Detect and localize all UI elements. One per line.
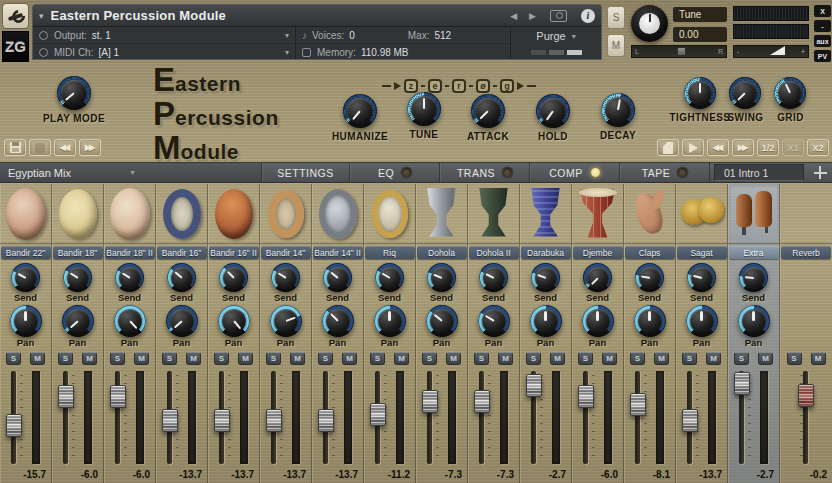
channel-image[interactable]	[468, 184, 519, 244]
fader-track[interactable]	[271, 371, 276, 464]
channel-name[interactable]: Claps	[625, 246, 675, 259]
x1-speed-button[interactable]: X1	[782, 139, 804, 156]
midi-dropdown-icon[interactable]: ▾	[285, 48, 289, 57]
channel-image[interactable]	[104, 184, 155, 244]
humanize-knob[interactable]	[343, 94, 377, 128]
pan-knob[interactable]	[62, 305, 94, 337]
channel-name[interactable]: Bandir 22"	[1, 246, 51, 259]
channel-fader[interactable]	[104, 370, 155, 468]
move-icon[interactable]	[814, 166, 827, 179]
fader-handle[interactable]	[318, 409, 334, 432]
channel-mute-button[interactable]: M	[342, 352, 357, 365]
channel-name[interactable]: Bandir 16" II	[209, 246, 259, 259]
send-knob[interactable]	[635, 263, 664, 292]
channel-name[interactable]: Bandir 18" II	[105, 246, 155, 259]
fader-track[interactable]	[635, 371, 640, 464]
fader-handle[interactable]	[734, 372, 750, 395]
channel-image[interactable]	[572, 184, 623, 244]
prev-instrument-icon[interactable]: ◀	[504, 11, 523, 21]
send-knob[interactable]	[531, 263, 560, 292]
fader-handle[interactable]	[630, 393, 646, 416]
pan-knob[interactable]	[270, 305, 302, 337]
channel-solo-button[interactable]: S	[162, 352, 177, 365]
master-pan-slider[interactable]: L R	[631, 45, 727, 58]
forward-button[interactable]: ▶▶	[732, 139, 754, 156]
fader-handle[interactable]	[682, 409, 698, 432]
midi-row[interactable]: MIDI Ch: [A] 1 ▾	[33, 44, 295, 60]
fader-handle[interactable]	[798, 384, 814, 407]
rewind-button[interactable]: ◀◀	[707, 139, 729, 156]
channel-fader[interactable]	[260, 370, 311, 468]
master-volume-slider[interactable]: - +	[733, 45, 809, 58]
pan-knob[interactable]	[582, 305, 614, 337]
send-knob[interactable]	[323, 263, 352, 292]
channel-image[interactable]	[364, 184, 415, 244]
fader-handle[interactable]	[422, 390, 438, 413]
attack-knob[interactable]	[471, 94, 505, 128]
tab-comp[interactable]: COMP	[530, 163, 620, 182]
channel-image[interactable]	[416, 184, 467, 244]
fader-track[interactable]	[219, 371, 224, 464]
fader-track[interactable]	[739, 371, 744, 464]
fader-track[interactable]	[531, 371, 536, 464]
channel-image[interactable]	[624, 184, 675, 244]
new-pattern-button[interactable]	[657, 139, 679, 156]
channel-fader[interactable]	[728, 370, 779, 468]
send-knob[interactable]	[583, 263, 612, 292]
channel-image[interactable]	[156, 184, 207, 244]
fader-handle[interactable]	[578, 385, 594, 408]
send-knob[interactable]	[115, 263, 144, 292]
hold-knob[interactable]	[536, 94, 570, 128]
send-knob[interactable]	[167, 263, 196, 292]
info-icon[interactable]: i	[581, 9, 595, 23]
channel-fader[interactable]	[52, 370, 103, 468]
tab-trans[interactable]: TRANS	[440, 163, 530, 182]
half-speed-button[interactable]: 1/2	[757, 139, 779, 156]
pv-button[interactable]: PV	[814, 50, 831, 62]
channel-image[interactable]	[780, 184, 832, 244]
pan-knob[interactable]	[10, 305, 42, 337]
channel-mute-button[interactable]: M	[186, 352, 201, 365]
fader-track[interactable]	[687, 371, 692, 464]
pan-knob[interactable]	[426, 305, 458, 337]
grid-knob[interactable]	[774, 77, 806, 109]
channel-name[interactable]: Djembe	[573, 246, 623, 259]
header-mute-button[interactable]: M	[607, 34, 625, 57]
eq-led[interactable]	[402, 168, 411, 177]
channel-solo-button[interactable]: S	[734, 352, 749, 365]
channel-solo-button[interactable]: S	[578, 352, 593, 365]
channel-fader[interactable]	[780, 370, 832, 468]
channel-fader[interactable]	[468, 370, 519, 468]
output-row[interactable]: Output: st. 1 ▾	[33, 27, 295, 44]
channel-image[interactable]	[728, 184, 779, 244]
channel-mute-button[interactable]: M	[758, 352, 773, 365]
pan-slider-handle[interactable]	[677, 47, 686, 56]
channel-solo-button[interactable]: S	[682, 352, 697, 365]
send-knob[interactable]	[687, 263, 716, 292]
fader-track[interactable]	[803, 371, 808, 464]
fader-handle[interactable]	[474, 390, 490, 413]
channel-mute-button[interactable]: M	[811, 352, 826, 365]
output-dropdown-icon[interactable]: ▾	[285, 31, 289, 40]
send-knob[interactable]	[427, 263, 456, 292]
channel-solo-button[interactable]: S	[110, 352, 125, 365]
channel-solo-button[interactable]: S	[526, 352, 541, 365]
fader-track[interactable]	[115, 371, 120, 464]
master-tune-knob[interactable]	[631, 5, 668, 42]
send-knob[interactable]	[11, 263, 40, 292]
header-solo-button[interactable]: S	[607, 6, 625, 29]
next-instrument-icon[interactable]: ▶	[523, 11, 542, 21]
channel-mute-button[interactable]: M	[446, 352, 461, 365]
pan-knob[interactable]	[322, 305, 354, 337]
channel-fader[interactable]	[312, 370, 363, 468]
channel-mute-button[interactable]: M	[498, 352, 513, 365]
channel-mute-button[interactable]: M	[706, 352, 721, 365]
collapse-caret-icon[interactable]: ▾	[39, 11, 44, 21]
send-knob[interactable]	[271, 263, 300, 292]
channel-name[interactable]: Reverb	[781, 246, 831, 259]
channel-mute-button[interactable]: M	[134, 352, 149, 365]
tune-knob[interactable]	[407, 92, 441, 126]
fader-track[interactable]	[583, 371, 588, 464]
channel-mute-button[interactable]: M	[238, 352, 253, 365]
fader-handle[interactable]	[58, 385, 74, 408]
